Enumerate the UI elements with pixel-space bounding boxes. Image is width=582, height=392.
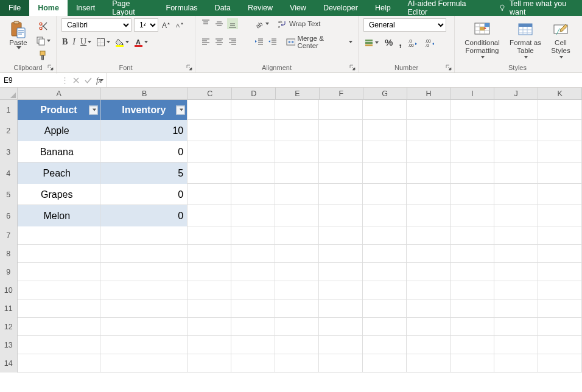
cell-K6[interactable]	[538, 205, 582, 226]
bold-button[interactable]: B	[61, 37, 68, 47]
cell-F5[interactable]	[319, 184, 363, 205]
column-header-A[interactable]: A	[18, 88, 101, 99]
cell-H6[interactable]	[407, 205, 451, 226]
font-size-select[interactable]: 14	[134, 18, 158, 32]
tab-developer[interactable]: Developer	[315, 0, 366, 16]
cell-G2[interactable]	[363, 120, 407, 141]
cell-K9[interactable]	[538, 263, 582, 281]
cell-J3[interactable]	[494, 141, 538, 163]
cell-I6[interactable]	[451, 205, 494, 226]
cell-E11[interactable]	[275, 299, 319, 318]
cell-A2[interactable]: Apple	[18, 120, 100, 141]
clipboard-dialog-launcher[interactable]	[47, 64, 54, 71]
cancel-formula-button[interactable]	[71, 75, 81, 85]
cell-F6[interactable]	[319, 205, 363, 226]
cell-J4[interactable]	[494, 163, 538, 184]
alignment-dialog-launcher[interactable]	[349, 64, 356, 71]
cell-G12[interactable]	[363, 318, 407, 336]
cell-K10[interactable]	[538, 281, 582, 299]
cell-H3[interactable]	[407, 141, 451, 163]
cell-B10[interactable]	[100, 281, 188, 299]
cell-G4[interactable]	[363, 163, 407, 184]
cell-E9[interactable]	[275, 263, 319, 281]
cell-H14[interactable]	[407, 354, 451, 373]
cell-I2[interactable]	[451, 120, 494, 141]
cell-I10[interactable]	[451, 281, 494, 299]
cell-A13[interactable]	[18, 336, 101, 354]
row-header-13[interactable]: 13	[0, 336, 18, 354]
borders-button[interactable]	[96, 37, 111, 47]
cell-D8[interactable]	[231, 245, 275, 263]
align-bottom-button[interactable]	[227, 18, 238, 29]
wrap-text-button[interactable]: abc Wrap Text	[277, 18, 321, 29]
cell-F14[interactable]	[319, 354, 363, 373]
formula-bar[interactable]	[107, 73, 582, 87]
cell-I4[interactable]	[451, 163, 494, 184]
cell-C13[interactable]	[188, 336, 231, 354]
font-name-select[interactable]: Calibri	[61, 18, 131, 32]
cell-G3[interactable]	[363, 141, 407, 163]
enter-formula-button[interactable]	[83, 75, 93, 85]
cell-J12[interactable]	[494, 318, 538, 336]
cell-G9[interactable]	[363, 263, 407, 281]
increase-indent-button[interactable]	[267, 37, 278, 47]
cell-D5[interactable]	[231, 184, 275, 205]
accounting-format-button[interactable]	[363, 37, 379, 48]
cell-C3[interactable]	[188, 141, 231, 163]
cell-D7[interactable]	[231, 226, 275, 245]
copy-button[interactable]	[35, 35, 51, 46]
percent-button[interactable]: %	[384, 37, 393, 48]
cell-G14[interactable]	[363, 354, 407, 373]
cell-C9[interactable]	[188, 263, 231, 281]
cell-D11[interactable]	[231, 299, 275, 318]
cell-G11[interactable]	[363, 299, 407, 318]
cell-E7[interactable]	[275, 226, 319, 245]
cell-F11[interactable]	[319, 299, 363, 318]
cell-B1[interactable]: Inventory	[100, 100, 188, 120]
merge-center-button[interactable]: Merge & Center	[286, 34, 354, 50]
column-header-H[interactable]: H	[407, 88, 451, 99]
cell-F13[interactable]	[319, 336, 363, 354]
cell-C11[interactable]	[188, 299, 231, 318]
cell-B6[interactable]: 0	[100, 205, 188, 226]
cell-C1[interactable]	[188, 100, 231, 120]
cell-E1[interactable]	[275, 100, 319, 120]
cell-F9[interactable]	[319, 263, 363, 281]
tab-ai-formula[interactable]: AI-aided Formula Editor	[399, 0, 485, 16]
font-color-button[interactable]: A	[133, 37, 149, 47]
cell-G8[interactable]	[363, 245, 407, 263]
column-header-C[interactable]: C	[188, 88, 232, 99]
decrease-indent-button[interactable]	[254, 37, 265, 47]
cell-J10[interactable]	[494, 281, 538, 299]
cell-E2[interactable]	[275, 120, 319, 141]
increase-font-button[interactable]: A	[161, 19, 172, 30]
tab-insert[interactable]: Insert	[68, 0, 103, 16]
cell-K1[interactable]	[538, 100, 582, 120]
cell-D12[interactable]	[231, 318, 275, 336]
cell-G5[interactable]	[363, 184, 407, 205]
fill-color-button[interactable]	[114, 37, 130, 47]
cell-J8[interactable]	[494, 245, 538, 263]
cell-I12[interactable]	[451, 318, 494, 336]
cell-A9[interactable]	[18, 263, 101, 281]
cell-J7[interactable]	[494, 226, 538, 245]
format-as-table-button[interactable]: Format as Table	[507, 18, 544, 62]
cell-B11[interactable]	[100, 299, 188, 318]
tab-help[interactable]: Help	[366, 0, 399, 16]
font-dialog-launcher[interactable]	[186, 64, 193, 71]
cell-F3[interactable]	[319, 141, 363, 163]
tab-page-layout[interactable]: Page Layout	[103, 0, 157, 16]
cell-E13[interactable]	[275, 336, 319, 354]
cell-F7[interactable]	[319, 226, 363, 245]
cell-E6[interactable]	[275, 205, 319, 226]
cell-J1[interactable]	[494, 100, 538, 120]
row-header-12[interactable]: 12	[0, 318, 18, 336]
cell-E14[interactable]	[275, 354, 319, 373]
cell-K7[interactable]	[538, 226, 582, 245]
number-dialog-launcher[interactable]	[445, 64, 452, 71]
row-header-11[interactable]: 11	[0, 299, 18, 318]
decrease-decimal-button[interactable]: .00.0	[424, 37, 436, 48]
cut-button[interactable]	[35, 21, 51, 32]
row-header-5[interactable]: 5	[0, 184, 18, 205]
cell-G10[interactable]	[363, 281, 407, 299]
